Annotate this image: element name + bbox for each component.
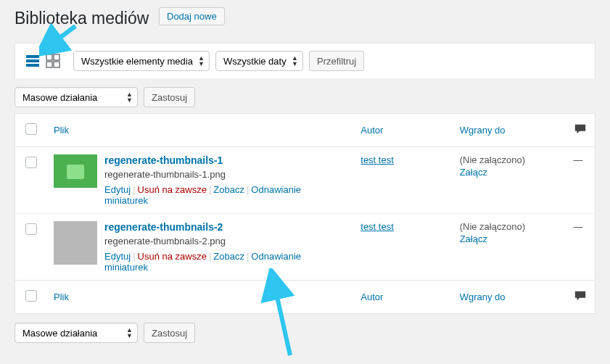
date-filter[interactable]: Wszystkie daty [215, 51, 303, 71]
bulk-action-select[interactable]: Masowe działania [15, 87, 138, 107]
bulk-apply-button-bottom[interactable]: Zastosuj [144, 323, 195, 343]
edit-link[interactable]: Edytuj [104, 251, 131, 262]
delete-link[interactable]: Usuń na zawsze [138, 251, 207, 262]
svg-rect-1 [26, 59, 39, 62]
col-author-header[interactable]: Autor [360, 291, 383, 302]
view-link[interactable]: Zobacz [213, 184, 244, 195]
svg-rect-5 [46, 62, 52, 67]
col-uploaded-header[interactable]: Wgrany do [460, 291, 506, 302]
not-attached-label: (Nie załączono) [460, 221, 525, 232]
bulk-apply-button[interactable]: Zastosuj [144, 87, 195, 107]
grid-view-icon[interactable] [43, 51, 63, 71]
view-link[interactable]: Zobacz [213, 251, 244, 262]
edit-link[interactable]: Edytuj [104, 184, 131, 195]
svg-rect-6 [54, 62, 59, 67]
comments-icon [574, 123, 587, 136]
table-row: regenerate-thumbnails-2 regenerate-thumb… [15, 214, 595, 281]
attach-link[interactable]: Załącz [460, 167, 559, 178]
row-checkbox[interactable] [25, 223, 37, 235]
filter-button[interactable]: Przefiltruj [309, 51, 364, 71]
attach-link[interactable]: Załącz [460, 233, 559, 244]
comments-cell: — [574, 221, 583, 232]
add-new-button[interactable]: Dodaj nowe [159, 7, 225, 25]
table-row: regenerate-thumbnails-1 regenerate-thumb… [15, 147, 595, 214]
row-checkbox[interactable] [25, 157, 37, 168]
col-uploaded-header[interactable]: Wgrany do [460, 125, 506, 136]
select-all-checkbox[interactable] [25, 123, 37, 135]
delete-link[interactable]: Usuń na zawsze [138, 184, 207, 195]
file-name-label: regenerate-thumbnails-1.png [104, 169, 346, 180]
file-title-link[interactable]: regenerate-thumbnails-2 [104, 221, 346, 233]
col-file-header[interactable]: Plik [54, 125, 69, 136]
author-link[interactable]: test test [360, 154, 394, 165]
select-all-checkbox-bottom[interactable] [25, 290, 37, 302]
row-actions: Edytuj|Usuń na zawsze|Zobacz|Odnawianie … [104, 251, 346, 273]
bulk-actions-bottom: Masowe działania ▲▼ Zastosuj [15, 323, 595, 343]
svg-rect-2 [26, 64, 39, 67]
media-type-filter[interactable]: Wszystkie elementy media [73, 51, 210, 71]
bulk-action-select-bottom[interactable]: Masowe działania [15, 323, 138, 343]
not-attached-label: (Nie załączono) [460, 154, 525, 165]
svg-rect-4 [54, 54, 59, 60]
author-link[interactable]: test test [360, 221, 394, 232]
col-author-header[interactable]: Autor [360, 125, 383, 136]
list-view-icon[interactable] [22, 51, 43, 71]
page-title: Biblioteka mediów [15, 9, 149, 28]
comments-icon [574, 289, 587, 302]
col-file-header[interactable]: Plik [54, 291, 69, 302]
media-table: Plik Autor Wgrany do regenerate-thumbnai… [15, 113, 595, 314]
row-actions: Edytuj|Usuń na zawsze|Zobacz|Odnawianie … [104, 184, 346, 206]
thumbnail-icon[interactable] [54, 221, 97, 265]
filter-bar: Wszystkie elementy media ▲▼ Wszystkie da… [15, 43, 595, 78]
file-title-link[interactable]: regenerate-thumbnails-1 [104, 154, 346, 166]
file-name-label: regenerate-thumbnails-2.png [104, 236, 346, 247]
comments-cell: — [574, 154, 583, 165]
bulk-actions-top: Masowe działania ▲▼ Zastosuj [15, 87, 595, 107]
view-toggle [22, 51, 63, 71]
thumbnail-icon[interactable] [54, 154, 97, 198]
svg-rect-3 [46, 54, 52, 60]
svg-rect-0 [26, 55, 39, 58]
